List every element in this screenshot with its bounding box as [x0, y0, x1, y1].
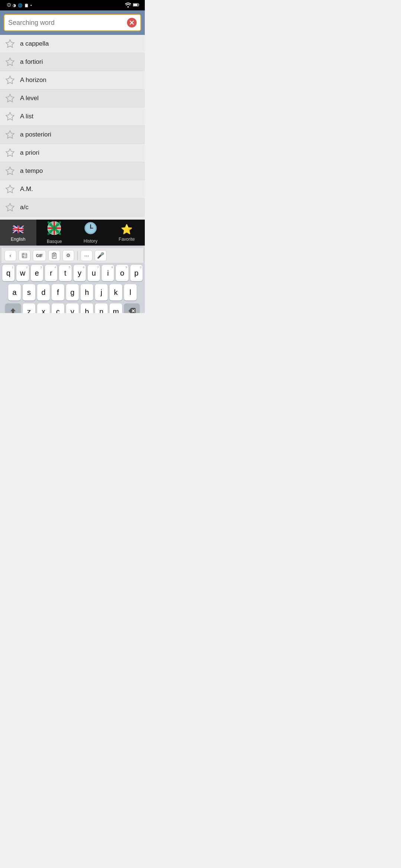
key-k[interactable]: k: [110, 284, 122, 300]
keyboard-rows: 1q 2w 3e 4r 5t 6y 7u 8i 9o 0p a s d f g …: [1, 263, 143, 313]
word-text: A list: [20, 113, 33, 120]
key-v[interactable]: v: [66, 303, 79, 313]
key-n[interactable]: n: [95, 303, 108, 313]
word-item[interactable]: a fortiori: [0, 53, 145, 71]
keyboard-more-button[interactable]: ···: [81, 250, 92, 261]
word-item[interactable]: A level: [0, 89, 145, 108]
key-u[interactable]: 7u: [88, 265, 100, 281]
word-text: a tempo: [20, 167, 43, 175]
status-clipboard-icon: 📋: [24, 3, 29, 7]
word-item[interactable]: a cappella: [0, 35, 145, 53]
word-item[interactable]: a tempo: [0, 162, 145, 180]
svg-rect-37: [53, 253, 55, 254]
keyboard-settings-button[interactable]: ⚙: [62, 250, 74, 261]
key-p[interactable]: 0p: [130, 265, 143, 281]
star-icon[interactable]: [5, 166, 15, 176]
key-t[interactable]: 5t: [59, 265, 71, 281]
key-e[interactable]: 3e: [31, 265, 43, 281]
toolbar-divider: [77, 251, 78, 260]
word-text: a fortiori: [20, 58, 43, 66]
favorite-star-icon: ⭐: [121, 224, 133, 235]
star-icon[interactable]: [5, 57, 15, 67]
tab-favorite[interactable]: ⭐ Favorite: [109, 220, 145, 246]
english-flag-icon: 🇬🇧: [12, 224, 24, 235]
key-l[interactable]: l: [124, 284, 137, 300]
tab-basque-label: Basque: [47, 239, 62, 244]
keyboard: ‹ GIF ⚙ ··· 🎤: [0, 246, 145, 313]
word-item[interactable]: a posteriori: [0, 126, 145, 144]
keyboard-gif-button[interactable]: GIF: [33, 250, 46, 261]
word-item[interactable]: A list: [0, 108, 145, 126]
keyboard-emoji-board-button[interactable]: [19, 250, 30, 261]
word-text: a posteriori: [20, 131, 51, 138]
tab-basque[interactable]: Basque: [36, 220, 73, 246]
star-icon[interactable]: [5, 203, 15, 212]
key-w[interactable]: 2w: [16, 265, 29, 281]
keyboard-clipboard-button[interactable]: [48, 250, 60, 261]
status-right: [125, 2, 140, 9]
svg-marker-7: [6, 94, 14, 102]
key-z[interactable]: z: [23, 303, 35, 313]
tab-history-label: History: [84, 239, 97, 244]
status-dot: •: [30, 3, 32, 7]
key-a[interactable]: a: [8, 284, 21, 300]
svg-marker-9: [6, 131, 14, 138]
word-text: A horizon: [20, 76, 46, 84]
word-item[interactable]: a priori: [0, 144, 145, 162]
keyboard-back-button[interactable]: ‹: [4, 250, 16, 261]
star-icon[interactable]: [5, 130, 15, 139]
svg-marker-8: [6, 112, 14, 120]
svg-rect-1: [133, 4, 137, 6]
search-input[interactable]: [8, 19, 127, 27]
wifi-icon: [125, 2, 131, 9]
key-f[interactable]: f: [52, 284, 64, 300]
star-icon[interactable]: [5, 93, 15, 103]
key-o[interactable]: 9o: [116, 265, 128, 281]
svg-rect-35: [25, 257, 27, 257]
status-bar: ⓘ ◑ 🌐 📋 •: [0, 0, 145, 10]
word-item[interactable]: a/o: [0, 217, 145, 220]
key-backspace[interactable]: [124, 303, 140, 313]
tab-history[interactable]: History: [72, 220, 109, 246]
key-m[interactable]: m: [110, 303, 122, 313]
status-globe-icon: 🌐: [18, 3, 22, 7]
svg-marker-10: [6, 149, 14, 157]
word-text: A level: [20, 95, 39, 102]
star-icon[interactable]: [5, 184, 15, 194]
key-y[interactable]: 6y: [74, 265, 86, 281]
word-text: a/c: [20, 204, 29, 211]
word-item[interactable]: A horizon: [0, 71, 145, 89]
key-b[interactable]: b: [81, 303, 93, 313]
star-icon[interactable]: [5, 39, 15, 49]
word-item[interactable]: a/c: [0, 198, 145, 217]
key-s[interactable]: s: [23, 284, 35, 300]
history-clock-icon: [84, 222, 97, 237]
key-d[interactable]: d: [37, 284, 50, 300]
key-h[interactable]: h: [81, 284, 93, 300]
key-g[interactable]: g: [66, 284, 79, 300]
key-x[interactable]: x: [37, 303, 50, 313]
svg-rect-34: [25, 256, 27, 256]
clear-button[interactable]: [127, 18, 137, 27]
svg-marker-12: [6, 185, 14, 193]
svg-marker-13: [6, 203, 14, 211]
key-r[interactable]: 4r: [45, 265, 57, 281]
svg-rect-31: [22, 254, 27, 254]
key-i[interactable]: 8i: [102, 265, 114, 281]
word-list: a cappellaa fortioriA horizonA levelA li…: [0, 35, 145, 220]
key-q[interactable]: 1q: [2, 265, 14, 281]
keyboard-mic-button[interactable]: 🎤: [95, 250, 107, 261]
key-row-2: a s d f g h j k l: [2, 284, 143, 300]
svg-marker-11: [6, 167, 14, 175]
word-item[interactable]: A.M.: [0, 180, 145, 198]
word-text: A.M.: [20, 185, 33, 193]
star-icon[interactable]: [5, 75, 15, 85]
star-icon[interactable]: [5, 148, 15, 158]
key-c[interactable]: c: [52, 303, 64, 313]
key-shift[interactable]: [5, 303, 21, 313]
star-icon[interactable]: [5, 112, 15, 121]
key-j[interactable]: j: [95, 284, 108, 300]
status-info-icon: ⓘ: [7, 3, 11, 8]
tab-english[interactable]: 🇬🇧 English: [0, 220, 36, 246]
search-input-wrapper[interactable]: [4, 14, 141, 31]
